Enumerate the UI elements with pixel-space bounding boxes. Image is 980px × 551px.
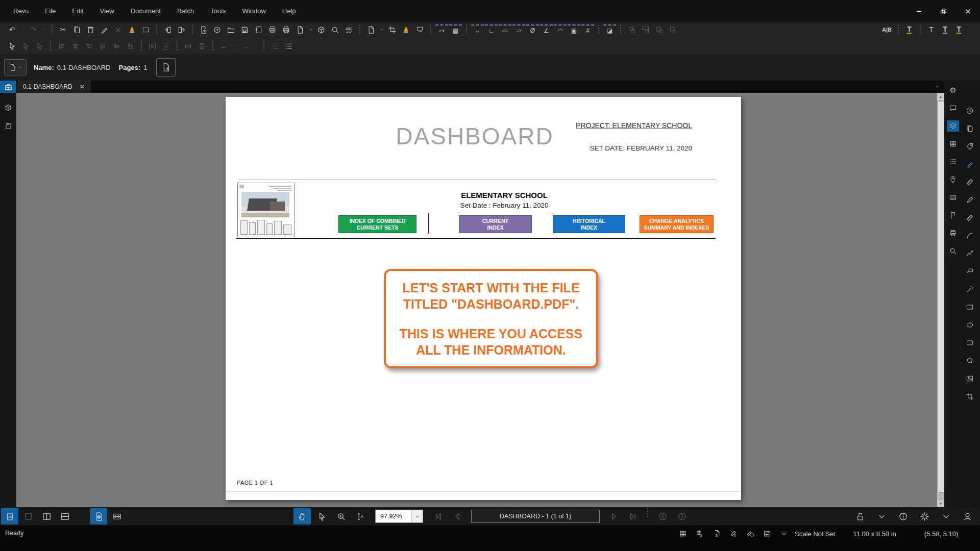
viewports-icon[interactable]: ▦ — [449, 24, 462, 35]
flip-horizontal-icon[interactable] — [182, 40, 194, 52]
tab-dashboard[interactable]: 0.1-DASHBOARD ✕ — [17, 81, 91, 93]
delete-icon[interactable] — [112, 24, 125, 35]
callout-tool-icon[interactable] — [964, 266, 976, 277]
thumbnails-icon[interactable] — [947, 138, 959, 149]
split-horizontal-icon[interactable] — [56, 508, 74, 524]
current-index-button[interactable]: CURRENT INDEX — [459, 215, 532, 233]
align-left-icon[interactable] — [55, 40, 68, 52]
extract-pages-icon[interactable] — [175, 24, 188, 35]
swap-view-icon[interactable] — [761, 528, 773, 539]
flip-vertical-icon[interactable] — [195, 40, 208, 52]
new-pdf-icon[interactable] — [197, 24, 210, 35]
javascript-console-icon[interactable]: JS — [1, 508, 18, 524]
create-pdf-icon[interactable] — [211, 24, 224, 35]
document-viewport[interactable]: DASHBOARD PROJECT: ELEMENTARY SCHOOL SET… — [16, 93, 944, 507]
measure-angle-icon[interactable]: ∠ — [540, 24, 553, 35]
cover-sheet-thumbnail[interactable] — [237, 183, 295, 237]
measure-cutout-icon[interactable]: ◪ — [603, 24, 616, 35]
ellipse-tool-icon[interactable] — [964, 319, 976, 331]
measure-length-icon[interactable]: ↔ — [471, 24, 484, 35]
measure-count-icon[interactable]: # — [581, 24, 594, 35]
previous-markup-icon[interactable]: ← — [217, 40, 230, 52]
cut-icon[interactable]: ✂ — [57, 24, 69, 35]
file-access-icon[interactable] — [964, 123, 976, 134]
flatten-markups-icon[interactable] — [400, 24, 412, 35]
scale-menu-icon[interactable] — [778, 528, 790, 539]
calibrate-tool-icon[interactable] — [964, 212, 976, 223]
undo-icon[interactable]: ↶ — [6, 24, 18, 35]
snap-to-grid-icon[interactable]: S — [694, 528, 706, 539]
pencil-tool-icon[interactable] — [964, 194, 976, 206]
historical-index-button[interactable]: HISTORICAL INDEX — [553, 215, 625, 233]
markups-list-icon[interactable] — [947, 156, 959, 167]
zoom-tool-icon[interactable] — [332, 508, 350, 524]
measure-volume-icon[interactable]: ▣ — [568, 24, 580, 35]
print-summary-icon[interactable] — [947, 228, 959, 239]
measure-radius-icon[interactable]: ◠ — [554, 24, 567, 35]
last-page-icon[interactable] — [624, 508, 642, 524]
next-view-icon[interactable] — [673, 508, 691, 524]
lasso-select-icon[interactable] — [33, 40, 46, 52]
change-analytics-button[interactable]: CHANGE ANALYTICS SUMMARY AND INDEXES — [640, 215, 714, 233]
strikeout-text-icon[interactable]: T — [952, 24, 965, 35]
typewriter-text-icon[interactable]: T — [925, 24, 938, 35]
select-text-tool-icon[interactable]: A — [352, 508, 369, 524]
bring-to-front-icon[interactable] — [653, 24, 666, 35]
brightness-icon[interactable] — [916, 508, 933, 524]
align-top-icon[interactable] — [96, 40, 109, 52]
spellcheck-icon[interactable]: ABC — [342, 24, 355, 35]
calibrate-icon[interactable]: ↦ — [435, 24, 448, 35]
sync-markups-icon[interactable]: S — [727, 528, 740, 539]
crop-pages-icon[interactable] — [386, 24, 399, 35]
studio-binder-icon[interactable] — [252, 24, 265, 35]
previous-markup-menu-icon[interactable] — [231, 40, 238, 52]
tab-close-icon[interactable]: ✕ — [80, 84, 85, 90]
export-icon[interactable] — [293, 24, 306, 35]
search-panel-icon[interactable] — [947, 245, 959, 257]
zoom-chevron-icon[interactable] — [411, 510, 423, 522]
polygon-tool-icon[interactable] — [964, 355, 976, 366]
menu-file[interactable]: File — [37, 0, 64, 22]
next-markup-menu-icon[interactable] — [253, 40, 259, 52]
snapshot-icon[interactable] — [139, 24, 152, 35]
save-file-icon[interactable] — [238, 24, 251, 35]
tool-chest-icon[interactable] — [2, 102, 14, 113]
menu-view[interactable]: View — [92, 0, 122, 22]
marker-tool-icon[interactable] — [964, 159, 976, 170]
redo-menu-icon[interactable] — [41, 24, 47, 35]
open-file-icon[interactable] — [225, 24, 237, 35]
restore-button[interactable] — [931, 0, 955, 22]
flatten-icon[interactable] — [126, 24, 138, 35]
index-of-combined-current-sets-button[interactable]: INDEX OF COMBINED CURRENT SETS — [338, 215, 416, 233]
select-icon[interactable] — [6, 40, 18, 52]
measure-perimeter-icon[interactable]: ▭ — [499, 24, 511, 35]
scale-status[interactable]: Scale Not Set — [795, 530, 836, 538]
copy-icon[interactable] — [70, 24, 83, 35]
file-menu-button[interactable] — [4, 59, 27, 76]
menu-help[interactable]: Help — [274, 0, 304, 22]
crop-tool-icon[interactable] — [964, 391, 976, 402]
page-indicator[interactable]: DASHBOARD - 1 (1 of 1) — [471, 510, 600, 523]
measure-tool-icon[interactable] — [964, 177, 976, 188]
brightness-menu-icon[interactable] — [937, 508, 954, 524]
tab-list-chevron-icon[interactable] — [934, 84, 940, 90]
document-info-icon[interactable] — [894, 508, 912, 524]
scroll-down-icon[interactable]: ▼ — [937, 500, 944, 507]
menu-window[interactable]: Window — [234, 0, 274, 22]
pen-sync-icon[interactable] — [744, 528, 756, 539]
send-to-back-icon[interactable] — [667, 24, 679, 35]
measure-diameter-icon[interactable]: Ø — [526, 24, 539, 35]
minimize-button[interactable] — [906, 0, 931, 22]
undo-menu-icon[interactable] — [19, 24, 26, 35]
layers-icon[interactable] — [947, 120, 959, 132]
pdf-3d-icon[interactable] — [315, 24, 328, 35]
scrollbar-thumb[interactable] — [938, 101, 945, 493]
arrow-tool-icon[interactable] — [964, 284, 976, 295]
menu-batch[interactable]: Batch — [169, 0, 202, 22]
show-grid-icon[interactable] — [677, 528, 689, 539]
split-vertical-icon[interactable] — [38, 508, 55, 524]
underline-text-icon[interactable]: T — [939, 24, 951, 35]
distribute-vertical-icon[interactable] — [160, 40, 173, 52]
insert-pages-icon[interactable] — [161, 24, 174, 35]
group-icon[interactable] — [625, 24, 638, 35]
